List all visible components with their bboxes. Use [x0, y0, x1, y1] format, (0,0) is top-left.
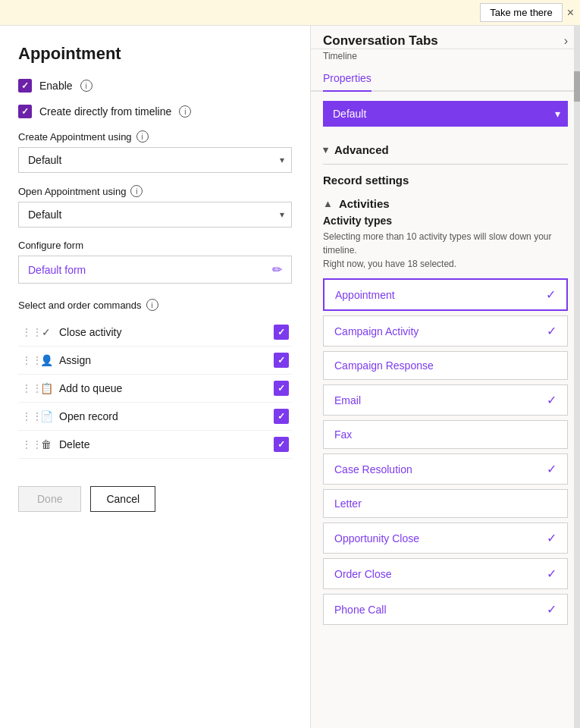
activity-item-campaign-activity-label: Campaign Activity — [334, 325, 419, 337]
right-tabs: Properties — [311, 66, 580, 92]
activity-item-case-resolution-check: ✓ — [547, 462, 556, 476]
right-panel: Conversation Tabs › Timeline Properties … — [311, 26, 580, 728]
cancel-button[interactable]: Cancel — [90, 486, 155, 512]
add-to-queue-icon: 📋 — [39, 382, 53, 394]
activity-item-campaign-response-label: Campaign Response — [334, 359, 434, 372]
panel-footer: Done Cancel — [18, 474, 292, 512]
commands-list: ⋮⋮ ✓ Close activity ⋮⋮ 👤 Assign ⋮⋮ 📋 Add… — [18, 318, 292, 459]
close-activity-checkbox[interactable] — [274, 325, 289, 340]
create-using-dropdown-wrap: Default ▾ — [18, 147, 292, 173]
banner-close-button[interactable]: × — [567, 6, 574, 20]
top-banner: Take me there × — [0, 0, 580, 26]
delete-label: Delete — [59, 438, 268, 450]
activity-item-case-resolution[interactable]: Case Resolution ✓ — [323, 453, 568, 485]
enable-info-icon[interactable]: i — [80, 80, 92, 92]
enable-checkbox[interactable] — [18, 79, 32, 93]
drag-handle-add-to-queue[interactable]: ⋮⋮ — [21, 382, 33, 394]
create-timeline-info-icon[interactable]: i — [179, 105, 191, 118]
drag-handle-delete[interactable]: ⋮⋮ — [21, 438, 33, 450]
activity-types-desc: Selecting more than 10 activity types wi… — [323, 230, 568, 271]
activity-item-appointment-check: ✓ — [546, 287, 556, 302]
create-using-info-icon[interactable]: i — [136, 130, 149, 143]
left-panel: Appointment Enable i Create directly fro… — [0, 26, 311, 728]
properties-select-container: Default ▾ — [323, 101, 568, 127]
open-record-icon: 📄 — [39, 410, 53, 422]
record-settings-title: Record settings — [311, 165, 580, 190]
add-to-queue-label: Add to queue — [59, 382, 268, 394]
advanced-chevron-icon: ▾ — [323, 144, 328, 155]
activity-items-list: Appointment ✓ Campaign Activity ✓ Campai… — [323, 278, 568, 625]
activities-label: Activities — [339, 197, 390, 210]
activities-chevron-icon: ▲ — [323, 198, 333, 209]
delete-icon: 🗑 — [39, 438, 53, 450]
main-layout: Appointment Enable i Create directly fro… — [0, 26, 580, 728]
create-using-label: Create Appointment using i — [18, 130, 292, 143]
open-using-info-icon[interactable]: i — [130, 185, 143, 197]
activity-item-fax[interactable]: Fax — [323, 420, 568, 449]
configure-form-box: Default form ✏ — [18, 256, 292, 284]
activity-item-case-resolution-label: Case Resolution — [334, 463, 412, 475]
assign-checkbox[interactable] — [274, 353, 289, 368]
drag-handle-assign[interactable]: ⋮⋮ — [21, 354, 33, 366]
tab-properties[interactable]: Properties — [323, 66, 372, 92]
command-row-open-record: ⋮⋮ 📄 Open record — [18, 403, 292, 431]
activity-item-phone-call[interactable]: Phone Call ✓ — [323, 594, 568, 625]
take-me-there-button[interactable]: Take me there — [480, 3, 562, 22]
activity-item-campaign-response[interactable]: Campaign Response — [323, 351, 568, 380]
enable-label: Enable — [39, 80, 73, 92]
activity-item-opportunity-close[interactable]: Opportunity Close ✓ — [323, 522, 568, 554]
activity-item-appointment[interactable]: Appointment ✓ — [323, 278, 568, 311]
open-using-dropdown[interactable]: Default — [18, 202, 292, 228]
open-using-dropdown-wrap: Default ▾ — [18, 202, 292, 228]
commands-label: Select and order commands i — [18, 299, 292, 311]
activity-item-order-close-check: ✓ — [547, 566, 556, 581]
assign-icon: 👤 — [39, 354, 53, 366]
activities-title: ▲ Activities — [323, 190, 568, 215]
drag-handle-open-record[interactable]: ⋮⋮ — [21, 410, 33, 422]
configure-form-label: Configure form — [18, 240, 292, 251]
edit-icon[interactable]: ✏ — [272, 262, 282, 277]
activity-item-campaign-activity[interactable]: Campaign Activity ✓ — [323, 315, 568, 347]
panel-title: Appointment — [18, 44, 292, 64]
create-timeline-label: Create directly from timeline — [39, 105, 171, 118]
configure-form-value: Default form — [28, 264, 86, 276]
activities-section: ▲ Activities Activity types Selecting mo… — [311, 190, 580, 629]
activity-item-phone-call-check: ✓ — [547, 602, 556, 617]
right-header: Conversation Tabs › — [311, 26, 580, 49]
scrollbar-thumb[interactable] — [574, 71, 580, 102]
activity-item-fax-label: Fax — [334, 428, 352, 441]
drag-handle-close-activity[interactable]: ⋮⋮ — [21, 326, 33, 338]
create-timeline-checkbox-row: Create directly from timeline i — [18, 105, 292, 118]
enable-checkbox-row: Enable i — [18, 79, 292, 93]
activity-item-order-close[interactable]: Order Close ✓ — [323, 558, 568, 589]
right-header-wrap: Conversation Tabs › Timeline — [311, 26, 580, 66]
activity-item-opportunity-close-check: ✓ — [547, 531, 556, 545]
activity-item-opportunity-close-label: Opportunity Close — [334, 532, 419, 544]
activity-item-email[interactable]: Email ✓ — [323, 384, 568, 416]
command-row-close-activity: ⋮⋮ ✓ Close activity — [18, 318, 292, 347]
commands-info-icon[interactable]: i — [146, 299, 158, 311]
activity-item-campaign-activity-check: ✓ — [547, 324, 556, 338]
activity-item-letter[interactable]: Letter — [323, 489, 568, 518]
open-using-label: Open Appointment using i — [18, 185, 292, 197]
right-header-chevron-icon[interactable]: › — [564, 34, 568, 48]
command-row-add-to-queue: ⋮⋮ 📋 Add to queue — [18, 375, 292, 403]
open-record-label: Open record — [59, 410, 268, 422]
add-to-queue-checkbox[interactable] — [274, 381, 289, 396]
close-activity-label: Close activity — [59, 326, 268, 338]
properties-dropdown-wrap: Default ▾ — [323, 101, 568, 127]
done-button: Done — [18, 486, 81, 512]
scrollbar-track[interactable] — [574, 26, 580, 728]
properties-select[interactable]: Default — [323, 101, 568, 127]
activity-types-label: Activity types — [323, 215, 568, 227]
open-record-checkbox[interactable] — [274, 409, 289, 424]
delete-checkbox[interactable] — [274, 437, 289, 452]
activity-item-order-close-label: Order Close — [334, 568, 391, 580]
close-activity-icon: ✓ — [39, 326, 53, 338]
create-using-dropdown[interactable]: Default — [18, 147, 292, 173]
advanced-section-header[interactable]: ▾ Advanced — [311, 136, 580, 164]
activity-item-phone-call-label: Phone Call — [334, 604, 387, 616]
create-timeline-checkbox[interactable] — [18, 105, 32, 118]
assign-label: Assign — [59, 354, 268, 366]
activity-item-email-check: ✓ — [547, 393, 556, 407]
